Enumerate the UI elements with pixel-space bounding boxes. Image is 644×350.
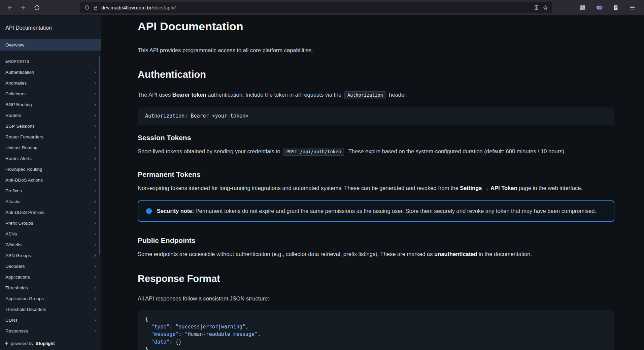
url-bar[interactable]: dev.made4flow.com.br/docs/api#/ [80,2,552,13]
reader-mode-icon[interactable] [534,5,539,10]
hamburger-menu-icon [629,4,636,11]
url-host: dev.made4flow.com.br [101,5,151,10]
shield-icon[interactable] [84,5,90,10]
extension-page-button[interactable] [610,2,621,13]
page-title: API Documentation [138,20,614,33]
chevron-right-icon: › [94,113,96,118]
chevron-right-icon: › [94,263,96,269]
extension-mask-button[interactable] [594,2,605,13]
forward-button[interactable] [18,2,29,13]
sidebar-item[interactable]: Authentication › [0,67,101,77]
chevron-right-icon: › [94,166,96,172]
extension-page-icon [613,5,619,11]
sidebar-item[interactable]: Responses › [0,325,101,336]
sidebar-item[interactable]: Whitelist › [0,239,101,250]
authentication-heading: Authentication [138,69,614,81]
reload-icon [33,4,40,11]
chevron-right-icon: › [94,253,96,258]
bookmark-star-icon[interactable] [542,5,548,11]
sidebar-item-label: Collectors [5,91,26,96]
sidebar-scrollbar-thumb[interactable] [99,56,100,255]
sidebar-item-overview[interactable]: Overview [0,39,101,51]
menu-button[interactable] [626,2,638,13]
security-note-callout: Security note: Permanent tokens do not e… [138,200,614,222]
chevron-right-icon: › [94,210,96,215]
sidebar-item[interactable]: Anomalies › [0,77,101,88]
sidebar-item-label: Prefixes [5,188,22,193]
url-text: dev.made4flow.com.br/docs/api#/ [101,5,531,10]
sidebar-item-label: Router Forwarders [5,134,43,139]
sidebar-item-label: Responses [5,328,28,333]
sidebar-item-label: Prefix Groups [5,221,33,226]
sidebar-item[interactable]: Decoders › [0,261,101,272]
response-format-code-block: { "type": "success|error|warning", "mess… [138,310,614,350]
sidebar-item-label: CDNs [5,318,18,323]
chevron-right-icon: › [94,285,96,290]
security-note-text: Security note: Permanent tokens do not e… [157,207,596,215]
sidebar-item[interactable]: Thresholds › [0,282,101,293]
footer-brand: Stoplight [36,341,55,346]
lock-icon[interactable] [93,5,98,10]
sidebar-item[interactable]: Threshold Decoders › [0,304,101,315]
sidebar-section-endpoints: ENDPOINTS [5,59,95,63]
permanent-tokens-heading: Permanent Tokens [138,170,614,179]
sidebar-item[interactable]: Anti-DDoS Prefixes › [0,207,101,218]
sidebar-item[interactable]: Anti-DDoS Actions › [0,174,101,185]
chevron-right-icon: › [94,134,96,139]
sidebar-item[interactable]: Applications › [0,272,101,282]
sidebar-item[interactable]: Router Forwarders › [0,131,101,142]
sidebar-item[interactable]: BGP Routing › [0,99,101,110]
page-body: API Documentation Overview ENDPOINTS Aut… [0,15,644,350]
sidebar-item-label: Application Groups [5,296,44,301]
sidebar-item[interactable]: FlowSpec Routing › [0,164,101,174]
response-format-paragraph: All API responses follow a consistent JS… [138,294,614,303]
sidebar-footer-link[interactable]: powered by Stoplight [0,337,101,350]
sidebar-item[interactable]: Prefixes › [0,185,101,196]
sidebar-item-label: Threshold Decoders [5,307,46,312]
chevron-right-icon: › [94,274,96,280]
back-button[interactable] [4,2,15,13]
docs-article: API Documentation This API provides prog… [138,20,614,350]
sidebar-item-label: Applications [5,275,30,280]
session-tokens-paragraph: Short-lived tokens obtained by sending y… [138,147,614,156]
sidebar-item[interactable]: ASN Groups › [0,250,101,261]
sidebar-item[interactable]: CDNs › [0,315,101,325]
sidebar-title: API Documentation [0,15,101,39]
sidebar-item[interactable]: BGP Sessions › [0,121,101,131]
reload-button[interactable] [31,2,42,13]
sidebar-item-label: Decoders [5,264,25,269]
chevron-right-icon: › [94,69,96,75]
sidebar-item[interactable]: Router Alerts › [0,153,101,164]
chevron-right-icon: › [94,80,96,86]
public-endpoints-heading: Public Endpoints [138,236,614,245]
sidebar-item[interactable]: Application Groups › [0,293,101,304]
sidebar-item[interactable]: Attacks › [0,196,101,207]
chevron-right-icon: › [94,145,96,150]
intro-paragraph: This API provides programmatic access to… [138,46,614,55]
chevron-right-icon: › [94,156,96,161]
back-arrow-icon [6,4,13,11]
toolbar-nav-group [4,2,42,13]
sidebar-item-label: Overview [5,42,24,47]
sidebar-nav: Authentication › Anomalies › Collectors … [0,67,101,337]
sidebar-item-label: Attacks [5,199,20,204]
chevron-right-icon: › [94,307,96,312]
sidebar-item[interactable]: ASNs › [0,228,101,239]
sidebar-item-label: Whitelist [5,242,23,247]
sidebar-item-label: BGP Routing [5,102,32,107]
extension-grid-button[interactable] [577,2,588,13]
sidebar-item[interactable]: Routers › [0,110,101,121]
sidebar-item-label: Anti-DDoS Prefixes [5,210,44,215]
chevron-right-icon: › [94,231,96,236]
extension-mask-icon [596,4,603,11]
chevron-right-icon: › [94,328,96,333]
extension-grid-icon [580,5,586,11]
chevron-right-icon: › [94,123,96,129]
public-endpoints-paragraph: Some endpoints are accessible without au… [138,250,614,258]
sidebar-item[interactable]: Prefix Groups › [0,218,101,228]
sidebar-item[interactable]: Collectors › [0,88,101,99]
sidebar-item[interactable]: Unicast Routing › [0,142,101,153]
sidebar-item-label: FlowSpec Routing [5,167,42,172]
chevron-right-icon: › [94,102,96,107]
chevron-right-icon: › [94,242,96,247]
